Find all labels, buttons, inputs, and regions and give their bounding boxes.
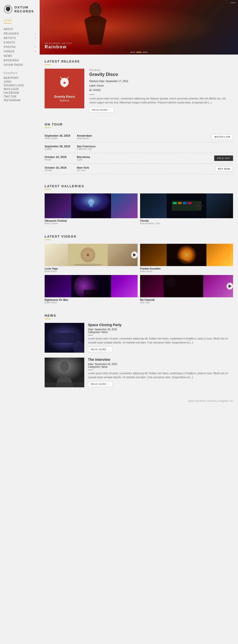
videos-underline xyxy=(44,240,51,240)
nav-item-releases[interactable]: RELEASES▾ xyxy=(4,32,36,36)
nav-item-artists[interactable]: ARTISTS▾ xyxy=(4,36,36,40)
latest-videos-section: Latest Videos xyxy=(40,230,238,309)
tour-row-1: September 26, 2019 Public Works Amsterda… xyxy=(44,132,233,142)
news-section: News xyxy=(40,309,238,397)
tour-btn-1[interactable]: Watch Live xyxy=(212,134,233,140)
video-sub-4: New York xyxy=(140,301,233,304)
nav-item-photos[interactable]: PHOTOS▾ xyxy=(4,45,36,49)
hero-slider[interactable]: Featured Artist Rainbow xyxy=(40,0,238,54)
svg-rect-12 xyxy=(183,202,187,204)
news-read-more-btn-2[interactable]: Read More → xyxy=(88,382,112,387)
elsewhere-facebook[interactable]: FACEBOOK xyxy=(4,91,36,94)
on-tour-section: On Tour September 26, 2019 Public Works … xyxy=(40,118,238,179)
tour-city-name-2: San Francisco xyxy=(77,145,233,148)
tour-btn-3[interactable]: Sold Out xyxy=(214,156,233,161)
video-play-btn-4[interactable] xyxy=(226,283,233,290)
tour-country-1: Netherlands xyxy=(77,137,212,140)
release-read-more-button[interactable]: Read More → xyxy=(89,107,114,112)
nav-item-news[interactable]: NEWS xyxy=(4,54,36,58)
release-meta: Release Date: September 17, 2016 Label: … xyxy=(89,79,233,92)
news-item-2: The Interview Date: September 26, 2016 C… xyxy=(44,358,233,387)
logo[interactable]: OXTUM RECORDS xyxy=(4,5,36,14)
tour-row-2: September 28, 2019 Club88 San Francisco … xyxy=(44,142,233,153)
gallery-title-1: Ultrasonic Festival xyxy=(44,220,138,222)
nav-item-bookings[interactable]: BOOKINGS xyxy=(4,58,36,62)
video-thumb-2 xyxy=(140,244,233,266)
nav-item-about[interactable]: ABOUT xyxy=(4,27,36,31)
release-cover[interactable]: Gravity Disco Rainbow xyxy=(44,69,84,108)
tour-date-1: September 26, 2019 Public Works xyxy=(44,134,77,140)
elsewhere-soundcloud[interactable]: SOUNDCLOUD xyxy=(4,84,36,87)
news-description-2: Lorem ipsum dolor sit amet, consectetur … xyxy=(88,372,233,380)
news-image-2 xyxy=(44,358,84,387)
news-underline xyxy=(44,319,51,319)
video-thumb-3 xyxy=(44,275,138,297)
elsewhere-beatport[interactable]: BEATPORT xyxy=(4,76,36,79)
svg-point-3 xyxy=(64,82,66,84)
release-cover-title: Gravity Disco xyxy=(54,95,75,98)
news-item-title-2: The Interview xyxy=(88,358,233,362)
svg-rect-31 xyxy=(50,333,79,343)
video-svg-4 xyxy=(140,275,226,297)
gallery-item-1[interactable]: Ultrasonic Festival Paris, France xyxy=(44,194,138,225)
elsewhere-links: BEATPORT JUNO SOUNDCLOUD MIXCLOUD FACEBO… xyxy=(4,76,36,102)
news-divider-1 xyxy=(88,335,93,335)
release-date: September 17, 2016 xyxy=(106,80,128,82)
gallery-grid: Ultrasonic Festival Paris, France xyxy=(44,194,233,225)
on-tour-underline xyxy=(44,128,51,128)
tour-date-2: September 28, 2019 Club88 xyxy=(44,145,77,150)
dot-1[interactable] xyxy=(130,52,135,52)
video-item-2[interactable]: Frankie Knuckles Boiler Room xyxy=(140,244,233,272)
release-title: Gravity Disco xyxy=(89,72,233,77)
video-title-2: Frankie Knuckles xyxy=(140,267,233,270)
elsewhere-twitter[interactable]: TWITTER xyxy=(4,95,36,98)
gallery-image-1 xyxy=(44,194,138,218)
dot-3[interactable] xyxy=(142,52,148,52)
video-item-4[interactable]: Nic Fanciulli New York xyxy=(140,275,233,304)
release-label-label: Label: xyxy=(89,84,96,87)
elsewhere-label: Elsewhere xyxy=(4,72,36,74)
elsewhere-juno[interactable]: JUNO xyxy=(4,80,36,83)
nav-item-events[interactable]: EVENTS xyxy=(4,41,36,44)
tour-city-4: New York NY, USA xyxy=(77,166,215,172)
elsewhere-instagram[interactable]: INSTAGRAM xyxy=(4,99,36,102)
elsewhere-mixcloud[interactable]: MIXCLOUD xyxy=(4,88,36,90)
gallery-svg-2 xyxy=(140,194,233,218)
nav-item-oxium-radio[interactable]: OXIUM RADIO xyxy=(4,63,36,67)
tour-btn-4[interactable]: Buy Now xyxy=(215,166,233,172)
tour-venue-1: Public Works xyxy=(44,137,77,140)
slider-minimize[interactable] xyxy=(230,2,236,3)
tour-city-name-1: Amsterdam xyxy=(77,134,212,137)
nav-item-videos[interactable]: VIDEOS▾ xyxy=(4,50,36,53)
svg-point-6 xyxy=(88,199,94,205)
video-item-1[interactable]: Louie Vega Boiler Room xyxy=(44,244,138,272)
latest-release-section: Latest Release Gravity Disco Rainbow Rai… xyxy=(40,54,238,118)
news-description-1: Lorem ipsum dolor sit amet, consectetur … xyxy=(88,337,233,345)
tour-city-name-4: New York xyxy=(77,166,215,169)
footer-text: Oxtum WordPress Theme by CSSIgniter.com xyxy=(188,400,233,402)
logo-icon xyxy=(4,5,12,14)
news-image-1 xyxy=(44,323,84,353)
video-play-btn-1[interactable] xyxy=(131,252,138,258)
news-divider-2 xyxy=(88,370,93,370)
video-thumb-1 xyxy=(44,244,138,266)
nav-item-home[interactable]: HOME xyxy=(4,18,36,22)
svg-rect-11 xyxy=(178,202,182,204)
dot-2[interactable] xyxy=(136,52,141,52)
gallery-item-2[interactable]: Chords San Francisco, USA xyxy=(140,194,233,225)
tour-city-3: Barcelona Spain xyxy=(77,156,214,161)
release-artist: Rainbow xyxy=(89,69,233,72)
release-id-label: ID: xyxy=(89,89,92,92)
svg-point-28 xyxy=(166,278,176,288)
tour-country-3: Spain xyxy=(77,158,214,161)
news-svg-1 xyxy=(44,323,84,353)
video-sub-3: Boiler Room xyxy=(44,301,138,304)
news-meta-2: Date: September 26, 2016 Categories: New… xyxy=(88,363,233,368)
news-read-more-btn-1[interactable]: Read More → xyxy=(88,347,112,352)
tour-date-main-4: October 15, 2019 xyxy=(44,166,77,169)
release-date-label: Release Date: xyxy=(89,80,105,82)
video-item-3[interactable]: Nightmares On Wax Boiler Room xyxy=(44,275,138,304)
news-meta-1: Date: September 26, 2016 Categories: New… xyxy=(88,328,233,334)
video-caption-4: Nic Fanciulli New York xyxy=(140,298,233,304)
tour-country-4: NY, USA xyxy=(77,169,215,172)
